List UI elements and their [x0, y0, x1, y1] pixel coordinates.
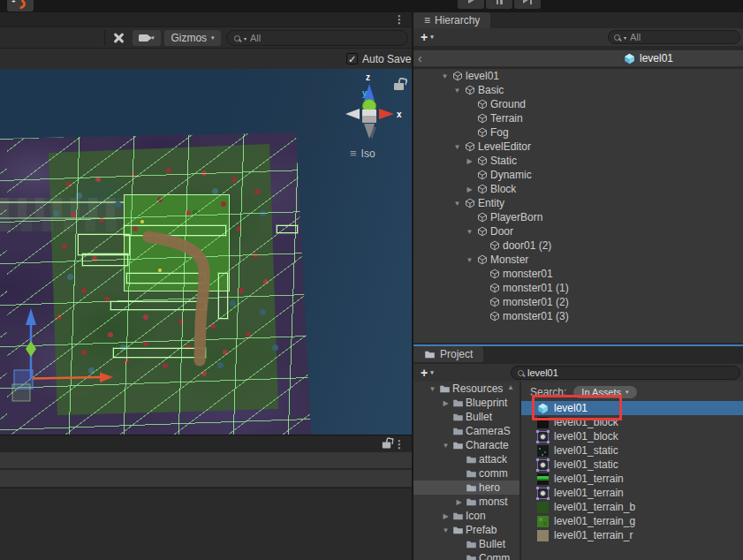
folder-item[interactable]: attack — [413, 452, 519, 466]
folder-item[interactable]: comm — [413, 466, 519, 481]
bush-dots — [0, 69, 6, 75]
expander-icon[interactable]: ▼ — [452, 200, 462, 208]
asset-row[interactable]: level01_terrain_b — [521, 500, 743, 514]
tab-project[interactable]: Project — [413, 346, 483, 362]
project-tab-label: Project — [440, 348, 473, 360]
folder-icon — [466, 496, 477, 508]
step-bar-icon — [530, 0, 533, 4]
folder-item[interactable]: ▼Prefab — [413, 523, 519, 537]
play-button[interactable] — [458, 0, 484, 9]
asset-row[interactable]: level01_terrain_r — [521, 528, 743, 542]
axis-z-label: z — [366, 72, 370, 82]
hierarchy-item[interactable]: ▶Static — [413, 154, 743, 168]
expander-icon[interactable]: ▼ — [428, 385, 437, 393]
expander-icon[interactable]: ▶ — [441, 399, 451, 407]
hierarchy-item[interactable]: door01 (2) — [413, 238, 743, 253]
axis-gizmo-x-cone[interactable] — [379, 109, 394, 119]
search-icon — [614, 34, 620, 41]
folder-item[interactable]: ▼Characte — [413, 438, 519, 452]
hierarchy-item[interactable]: ▼LevelEditor — [413, 140, 743, 154]
folder-item[interactable]: Bullet — [413, 537, 519, 551]
expander-icon[interactable]: ▶ — [441, 512, 451, 520]
scene-search-field[interactable]: ▾ — [226, 30, 408, 46]
project-search-field[interactable] — [511, 366, 740, 380]
expander-icon[interactable]: ▶ — [465, 157, 474, 165]
hierarchy-item[interactable]: ▼Monster — [413, 253, 743, 267]
hierarchy-item[interactable]: Dynamic — [413, 168, 743, 182]
step-button[interactable] — [514, 0, 541, 9]
project-add-button[interactable]: + ▾ — [421, 366, 434, 380]
back-chevron-icon[interactable]: ‹ — [418, 51, 422, 65]
camera-view-dropdown[interactable]: ▾ — [133, 30, 161, 46]
hierarchy-search-field[interactable]: ▾ — [608, 30, 740, 44]
folder-open-icon — [439, 383, 451, 395]
hierarchy-add-button[interactable]: + ▾ — [421, 30, 434, 44]
asset-row[interactable]: level01_terrain — [521, 486, 743, 500]
lock-icon[interactable] — [394, 83, 404, 90]
hierarchy-search-input[interactable] — [630, 32, 734, 42]
folder-item-selected[interactable]: hero — [413, 481, 519, 495]
camera-icon — [139, 34, 148, 42]
axis-gizmo-left-cone[interactable] — [345, 109, 360, 119]
folder-item[interactable]: Comm — [413, 551, 519, 560]
snap-tool-button[interactable]: + — [7, 0, 34, 11]
hierarchy-item[interactable]: ▶Block — [413, 182, 743, 196]
folder-item[interactable]: ▼Resources — [413, 382, 519, 396]
expander-icon[interactable]: ▼ — [441, 526, 451, 534]
expander-icon[interactable]: ▼ — [452, 87, 462, 95]
expander-icon[interactable]: ▼ — [440, 72, 450, 80]
folder-item[interactable]: ▶Blueprint — [413, 396, 519, 410]
expander-icon[interactable]: ▶ — [454, 498, 464, 506]
asset-row[interactable]: level01_static — [521, 443, 743, 458]
axis-gizmo-center-cube[interactable] — [362, 110, 376, 123]
unlock-icon[interactable] — [383, 443, 390, 449]
hierarchy-item[interactable]: monster01 (1) — [413, 281, 743, 295]
hierarchy-item[interactable]: ▼Basic — [413, 83, 743, 97]
folder-item[interactable]: ▶monst — [413, 495, 519, 509]
axis-gizmo-down-cone[interactable] — [364, 124, 375, 139]
hierarchy-item[interactable]: monster01 (2) — [413, 295, 743, 309]
auto-save-checkbox[interactable]: ✓ — [346, 53, 358, 64]
scrollbar-up-arrow-icon[interactable]: ▲ — [507, 383, 514, 391]
pause-button[interactable] — [486, 0, 512, 9]
folder-icon — [452, 511, 464, 522]
asset-row[interactable]: level01_terrain_g — [521, 514, 743, 528]
block-outline — [110, 301, 206, 310]
projection-toggle[interactable]: ≡ Iso — [350, 147, 375, 160]
expander-icon[interactable]: ▼ — [452, 143, 462, 151]
gizmos-dropdown[interactable]: Gizmos ▾ — [164, 30, 221, 46]
folder-label: Comm — [479, 552, 510, 560]
kebab-menu-icon[interactable]: ⋮ — [394, 13, 405, 26]
hierarchy-item[interactable]: ▼Door — [413, 224, 743, 238]
folder-item[interactable]: ▶Icon — [413, 509, 519, 523]
block-outline — [113, 348, 206, 358]
tools-icon[interactable] — [111, 31, 125, 45]
hierarchy-item[interactable]: ▼level01 — [413, 69, 743, 83]
expander-icon[interactable]: ▶ — [465, 185, 474, 193]
folder-label: CameraS — [466, 425, 511, 437]
asset-row[interactable]: level01_static — [521, 458, 743, 472]
tab-hierarchy[interactable]: ≡ Hierarchy — [413, 12, 490, 28]
hierarchy-item[interactable]: PlayerBorn — [413, 210, 743, 224]
asset-row[interactable]: level01_block — [521, 429, 743, 443]
breadcrumb[interactable]: level01 — [624, 52, 673, 64]
folder-item[interactable]: CameraS — [413, 424, 519, 438]
hierarchy-item[interactable]: Fog — [413, 125, 743, 140]
expander-icon[interactable]: ▼ — [465, 228, 474, 236]
axis-gizmo-y-ball[interactable] — [363, 100, 376, 113]
hierarchy-item[interactable]: Terrain — [413, 111, 743, 125]
expander-icon[interactable]: ▼ — [441, 442, 451, 450]
hierarchy-item[interactable]: monster01 (3) — [413, 309, 743, 323]
axis-gizmo-z-cone[interactable] — [364, 84, 375, 101]
kebab-menu-icon[interactable]: ⋮ — [394, 438, 405, 450]
hierarchy-item[interactable]: Ground — [413, 97, 743, 111]
scene-viewport[interactable]: z y x ≡ Iso — [0, 69, 412, 435]
hierarchy-item[interactable]: ▼Entity — [413, 196, 743, 210]
hierarchy-item-label: door01 (2) — [503, 239, 551, 252]
expander-icon[interactable]: ▼ — [465, 256, 474, 264]
asset-row[interactable]: level01_terrain — [521, 472, 743, 486]
hierarchy-item[interactable]: monster01 — [413, 267, 743, 281]
folder-item[interactable]: Bullet — [413, 410, 519, 424]
scene-search-input[interactable] — [250, 33, 400, 43]
project-search-input[interactable] — [527, 367, 733, 378]
